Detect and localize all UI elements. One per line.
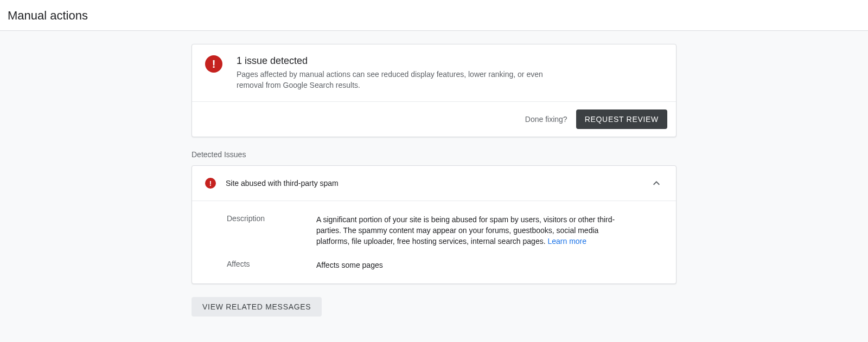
issue-title: Site abused with third-party spam <box>226 179 650 188</box>
learn-more-link[interactable]: Learn more <box>547 237 586 246</box>
affects-label: Affects <box>227 260 316 270</box>
error-icon: ! <box>205 55 222 73</box>
error-icon: ! <box>205 178 216 189</box>
summary-title: 1 issue detected <box>237 55 663 67</box>
page-header: Manual actions <box>0 0 868 31</box>
chevron-up-icon <box>650 177 663 190</box>
footer-button-wrap: VIEW RELATED MESSAGES <box>192 297 676 317</box>
description-row: Description A significant portion of you… <box>227 214 663 247</box>
view-related-messages-button[interactable]: VIEW RELATED MESSAGES <box>192 297 322 317</box>
action-row: Done fixing? REQUEST REVIEW <box>192 101 676 137</box>
detected-issues-label: Detected Issues <box>192 150 676 159</box>
page-title: Manual actions <box>8 9 860 23</box>
summary-text: 1 issue detected Pages affected by manua… <box>237 55 663 91</box>
issue-header-row[interactable]: ! Site abused with third-party spam <box>192 166 676 201</box>
affects-value: Affects some pages <box>316 260 383 270</box>
content-area: ! 1 issue detected Pages affected by man… <box>0 31 868 342</box>
request-review-button[interactable]: REQUEST REVIEW <box>576 109 667 129</box>
issue-body: Description A significant portion of you… <box>192 201 676 283</box>
summary-description: Pages affected by manual actions can see… <box>237 69 551 91</box>
description-value: A significant portion of your site is be… <box>316 214 620 247</box>
summary-card: ! 1 issue detected Pages affected by man… <box>192 44 676 137</box>
done-fixing-label: Done fixing? <box>525 115 567 124</box>
description-label: Description <box>227 214 316 247</box>
summary-top: ! 1 issue detected Pages affected by man… <box>192 44 676 101</box>
affects-row: Affects Affects some pages <box>227 260 663 270</box>
issue-card: ! Site abused with third-party spam Desc… <box>192 165 676 284</box>
